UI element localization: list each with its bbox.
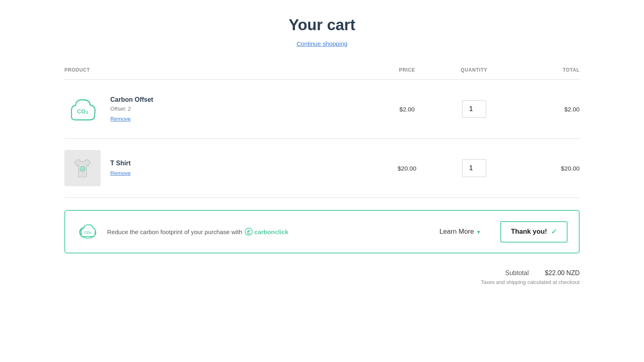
carbon-banner-icon: CO₂: [76, 220, 99, 244]
svg-text:CO₂: CO₂: [84, 230, 91, 234]
product-price: $20.00: [374, 139, 440, 198]
carbon-banner-description: Reduce the carbon footprint of your purc…: [107, 228, 419, 236]
product-total: $20.00: [508, 139, 580, 198]
checkmark-icon: ✓: [551, 228, 557, 236]
product-info: T Shirt Remove: [110, 160, 131, 177]
product-total: $2.00: [508, 80, 580, 139]
subtotal-row: Subtotal $22.00 NZD: [505, 269, 580, 277]
col-header-price: PRICE: [374, 67, 440, 80]
product-price: $2.00: [374, 80, 440, 139]
tax-note: Taxes and shipping calculated at checkou…: [481, 279, 580, 285]
quantity-input[interactable]: [462, 100, 486, 118]
page-title: Your cart: [64, 16, 580, 34]
learn-more-button[interactable]: Learn More ▾: [427, 228, 493, 236]
continue-shopping-link[interactable]: Continue shopping: [64, 40, 580, 47]
table-row: T Shirt Remove $20.00$20.00: [64, 139, 580, 198]
svg-point-9: [248, 231, 250, 232]
product-info: Carbon Offset Offset: 2 Remove: [110, 96, 153, 122]
subtotal-section: Subtotal $22.00 NZD Taxes and shipping c…: [64, 269, 580, 285]
chevron-down-icon: ▾: [477, 228, 480, 236]
col-header-quantity: QUANTITY: [440, 67, 507, 80]
product-variant: Offset: 2: [110, 106, 153, 112]
product-name: T Shirt: [110, 160, 131, 167]
thank-you-button[interactable]: Thank you! ✓: [500, 221, 568, 243]
carbon-banner: CO₂ Reduce the carbon footprint of your …: [64, 210, 580, 253]
cart-table: PRODUCT PRICE QUANTITY TOTAL CO₂ Carbon …: [64, 67, 580, 198]
table-row: CO₂ Carbon Offset Offset: 2 Remove $2.00…: [64, 80, 580, 139]
svg-text:CO₂: CO₂: [77, 108, 88, 115]
carbonclick-logo: carbonclick: [245, 228, 288, 236]
product-image-co2: CO₂: [64, 91, 101, 127]
col-header-total: TOTAL: [508, 67, 580, 80]
remove-link[interactable]: Remove: [110, 116, 131, 122]
col-header-product: PRODUCT: [64, 67, 374, 80]
product-image-tshirt: [64, 150, 101, 186]
remove-link[interactable]: Remove: [110, 170, 131, 176]
subtotal-value: $22.00 NZD: [545, 269, 580, 277]
product-name: Carbon Offset: [110, 96, 153, 103]
quantity-input[interactable]: [462, 159, 486, 177]
subtotal-label: Subtotal: [505, 269, 529, 277]
